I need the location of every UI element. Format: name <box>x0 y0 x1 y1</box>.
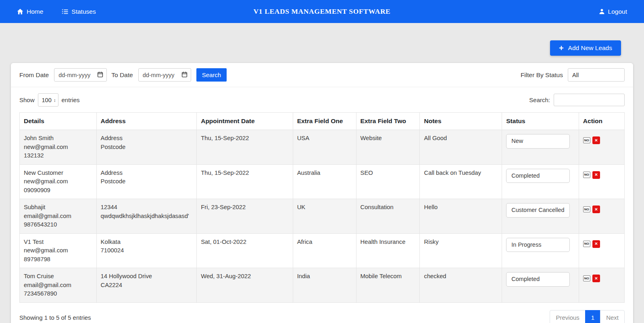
entries-label: entries <box>62 96 80 103</box>
leads-table: Details Address Appointment Date Extra F… <box>19 112 625 303</box>
column-header-appointment-date: Appointment Date <box>197 113 293 130</box>
status-select[interactable]: Completed <box>506 169 570 183</box>
list-controls: Show 100 ↕ entries Search: <box>11 87 633 112</box>
status-cell: In Progress <box>502 233 579 268</box>
pagination-next[interactable]: Next <box>600 310 625 323</box>
status-filter-select[interactable]: All <box>568 68 625 82</box>
status-select[interactable]: In Progress <box>506 238 570 252</box>
notes-cell: Call back on Tuesday <box>420 164 502 199</box>
lead-phone: 7234567890 <box>24 289 92 298</box>
no-action-button[interactable]: NO <box>583 137 590 144</box>
nav-statuses-link[interactable]: Statuses <box>62 8 96 15</box>
appointment-date-cell: Thu, 15-Sep-2022 <box>197 130 293 165</box>
status-select[interactable]: New <box>506 134 570 149</box>
lead-phone: 09090909 <box>24 186 92 195</box>
column-header-notes: Notes <box>420 113 502 130</box>
no-action-button[interactable]: NO <box>583 241 590 247</box>
address-line-2: CA2224 <box>101 281 193 290</box>
pagination-previous[interactable]: Previous <box>550 310 585 323</box>
logout-link[interactable]: Logout <box>599 8 627 15</box>
table-search-group: Search: <box>529 94 625 106</box>
delete-button[interactable]: ✕ <box>592 171 600 179</box>
address-cell: 12344 qwdqwdkhsjklhaskjdhaksjdasasd' <box>96 199 197 234</box>
from-date-label: From Date <box>19 71 49 79</box>
lead-email: new@gmail.com <box>24 177 92 186</box>
status-cell: Customer Cancelled <box>502 199 579 234</box>
table-search-input[interactable] <box>554 94 625 106</box>
column-header-extra-field-two: Extra Field Two <box>356 113 420 130</box>
appointment-date-cell: Fri, 23-Sep-2022 <box>197 199 293 234</box>
delete-button[interactable]: ✕ <box>592 136 600 144</box>
lead-name: V1 Test <box>24 238 92 247</box>
appointment-date-cell: Wed, 31-Aug-2022 <box>197 268 293 303</box>
to-date-input[interactable]: dd-mm-yyyy <box>138 68 191 82</box>
column-header-action: Action <box>579 113 624 130</box>
lead-name: New Customer <box>24 169 92 178</box>
app-title: V1 LEADS MANAGEMENT SOFTWARE <box>254 7 391 16</box>
delete-button[interactable]: ✕ <box>592 275 600 282</box>
status-cell: New <box>502 130 579 165</box>
leads-table-wrap: Details Address Appointment Date Extra F… <box>11 112 633 303</box>
person-icon <box>599 8 605 15</box>
filter-by-status-label: Filter By Status <box>521 71 563 79</box>
details-cell: V1 Test new@gmail.com 89798798 <box>20 233 97 268</box>
extra-field-one-cell: UK <box>293 199 356 234</box>
address-line-2: Postcode <box>101 143 193 152</box>
status-cell: Completed <box>502 268 579 303</box>
lead-email: new@gmail.com <box>24 143 92 152</box>
extra-field-one-cell: Africa <box>293 233 356 268</box>
calendar-icon[interactable] <box>181 71 188 79</box>
leads-card: From Date dd-mm-yyyy To Date dd-mm-yyyy … <box>11 63 633 323</box>
from-date-input[interactable]: dd-mm-yyyy <box>54 68 107 82</box>
no-action-button[interactable]: NO <box>583 172 590 178</box>
appointment-date-cell: Sat, 01-Oct-2022 <box>197 233 293 268</box>
delete-button[interactable]: ✕ <box>592 206 600 213</box>
extra-field-two-cell: Website <box>356 130 420 165</box>
search-button[interactable]: Search <box>196 68 227 82</box>
filter-bar: From Date dd-mm-yyyy To Date dd-mm-yyyy … <box>11 63 633 87</box>
address-line-1: 12344 <box>101 203 193 212</box>
address-line-2: 7100024 <box>101 246 193 255</box>
action-cell: NO ✕ <box>579 130 624 165</box>
column-header-status: Status <box>502 113 579 130</box>
page-size-value: 100 <box>42 97 52 103</box>
pagination-page-1[interactable]: 1 <box>585 310 600 323</box>
status-select[interactable]: Customer Cancelled <box>506 203 570 218</box>
action-cell: NO ✕ <box>579 164 624 199</box>
extra-field-two-cell: Health Insurance <box>356 233 420 268</box>
details-cell: Tom Cruise email@gmail.com 7234567890 <box>20 268 97 303</box>
lead-email: email@gmail.com <box>24 212 92 221</box>
lead-email: new@gmail.com <box>24 246 92 255</box>
notes-cell: All Good <box>420 130 502 165</box>
page-size-select[interactable]: 100 ↕ <box>38 93 58 107</box>
top-navbar: Home Statuses V1 LEADS MANAGEMENT SOFTWA… <box>0 0 644 23</box>
delete-button[interactable]: ✕ <box>592 240 600 248</box>
details-cell: Subhajit email@gmail.com 9876543210 <box>20 199 97 234</box>
lead-phone: 9876543210 <box>24 220 92 229</box>
table-row: Subhajit email@gmail.com 9876543210 1234… <box>20 199 625 234</box>
table-header-row: Details Address Appointment Date Extra F… <box>20 113 625 130</box>
list-check-icon <box>62 8 68 15</box>
no-action-button[interactable]: NO <box>583 275 590 282</box>
nav-home-label: Home <box>27 8 43 15</box>
no-action-button[interactable]: NO <box>583 206 590 213</box>
details-cell: New Customer new@gmail.com 09090909 <box>20 164 97 199</box>
nav-links: Home Statuses <box>17 8 96 15</box>
address-line-1: 14 Hollywood Drive <box>101 272 193 281</box>
add-new-leads-button[interactable]: + Add New Leads <box>550 40 621 56</box>
status-select[interactable]: Completed <box>506 272 570 287</box>
spinner-arrows-icon: ↕ <box>54 98 56 103</box>
status-cell: Completed <box>502 164 579 199</box>
pagination: Previous 1 Next <box>550 310 625 323</box>
lead-name: Subhajit <box>24 203 92 212</box>
action-cell: NO ✕ <box>579 233 624 268</box>
extra-field-one-cell: India <box>293 268 356 303</box>
entries-summary: Showing 1 to 5 of 5 entries <box>19 314 91 321</box>
nav-home-link[interactable]: Home <box>17 8 43 15</box>
table-footer: Showing 1 to 5 of 5 entries Previous 1 N… <box>11 303 633 323</box>
address-cell: 14 Hollywood Drive CA2224 <box>96 268 197 303</box>
status-filter-group: Filter By Status All <box>521 68 625 82</box>
action-cell: NO ✕ <box>579 199 624 234</box>
calendar-icon[interactable] <box>97 71 103 79</box>
logout-label: Logout <box>608 8 627 15</box>
